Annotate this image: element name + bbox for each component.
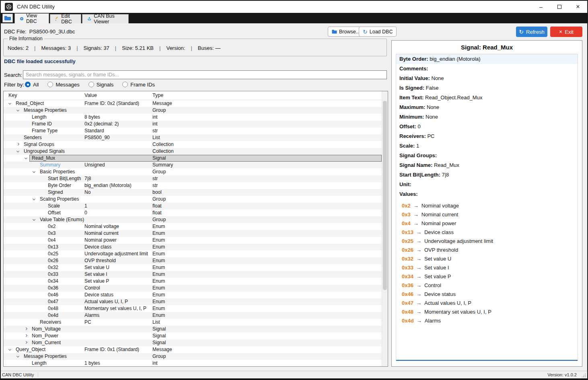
detail-field: Item Text: Read_Object.Read_Mux	[396, 93, 578, 103]
tree-row[interactable]: Nom_VoltageSignal	[4, 326, 382, 333]
tree-row[interactable]: Value Table (Enums)Group	[4, 216, 382, 223]
tree-type: Enum	[152, 224, 165, 229]
load-dbc-button[interactable]: ↻ Load DBC	[359, 27, 397, 37]
tree-row[interactable]: 0x32Set value UEnum	[4, 264, 382, 271]
file-info-item: Size: 5.21 KB	[122, 45, 154, 51]
minimize-button[interactable]: –	[532, 1, 550, 13]
tree-type: List	[152, 319, 160, 325]
tree-row[interactable]: Start Bit|Length7|8str	[4, 175, 382, 182]
filter-option-messages[interactable]: Messages	[47, 80, 79, 88]
detail-field-label: Byte Order:	[399, 56, 428, 62]
chevron-down-icon[interactable]	[8, 102, 11, 105]
tree-row[interactable]: ReceiversPCList	[4, 319, 382, 326]
chevron-right-icon[interactable]	[25, 334, 27, 337]
enum-code: 0x13	[402, 229, 413, 235]
maximize-button[interactable]	[550, 1, 569, 13]
tree-row[interactable]: 0x33Set value IEnum	[4, 271, 382, 278]
chevron-down-icon[interactable]	[16, 150, 19, 152]
tree-row[interactable]: Offset0float	[4, 210, 382, 216]
tree-row[interactable]: 0x4dAlarmsEnum	[4, 312, 382, 319]
scrollbar-thumb[interactable]	[383, 101, 387, 290]
filter-option-all[interactable]: All	[25, 80, 39, 88]
tree-row[interactable]: Signal GroupsCollection	[4, 141, 382, 148]
file-info-item: Version:	[166, 45, 185, 51]
tree-row[interactable]: Scaling PropertiesGroup	[4, 196, 382, 203]
tree-key: 0x2	[48, 224, 56, 229]
chevron-down-icon[interactable]	[33, 197, 35, 200]
detail-field-label: Signal Name:	[399, 162, 432, 168]
tree-row[interactable]: 0x26OVP thresholdEnum	[4, 257, 382, 264]
tree-row[interactable]: 0x34Set value PEnum	[4, 278, 382, 285]
tree-row[interactable]: 0x2Nominal voltageEnum	[4, 223, 382, 230]
enum-value-row: 0x48→Momentary set values U, I, P	[396, 308, 578, 316]
tree-type: Enum	[152, 244, 165, 250]
chevron-down-icon[interactable]	[16, 355, 19, 357]
chevron-down-icon[interactable]	[33, 170, 35, 173]
tree-row[interactable]: 0x3Nominal currentEnum	[4, 230, 382, 237]
tree-type: Enum	[152, 271, 165, 277]
tree-row[interactable]: 0x46Device statusEnum	[4, 292, 382, 298]
enum-description: Alarms	[425, 318, 441, 324]
status-bar: CAN DBC Utility Version: v1.0.2	[1, 371, 587, 378]
dbc-file-name: PS8500-90_3U.dbc	[29, 29, 75, 35]
arrow-right-icon: →	[416, 265, 421, 271]
tab-edit-dbc[interactable]: Edit DBC	[50, 14, 81, 23]
tree-row[interactable]: Read_ObjectFrame ID: 0x2 (Standard)Messa…	[4, 100, 382, 107]
tree-row[interactable]: SignedNobool	[4, 189, 382, 196]
tree-row[interactable]: 0x48Momentary set values U, I, PEnum	[4, 305, 382, 312]
chevron-right-icon[interactable]	[25, 341, 27, 344]
chevron-down-icon[interactable]	[25, 156, 27, 159]
tab-can-bus-viewer[interactable]: CAN Bus Viewer	[82, 14, 129, 23]
tree-type: Enum	[152, 278, 165, 284]
detail-field: Start Bit|Length: 7|8	[396, 170, 578, 180]
tree-row[interactable]: Frame TypeStandardstr	[4, 127, 382, 134]
tree-row[interactable]: SummaryUnsignedSummary	[4, 162, 382, 168]
tree-key: 0x48	[48, 306, 58, 311]
tree-row[interactable]: 0x47Actual values U, I, PEnum	[4, 298, 382, 305]
tree-row[interactable]: Ungrouped SignalsCollection	[4, 148, 382, 155]
detail-field: Signal Name: Read_Mux	[396, 160, 578, 170]
tree-row[interactable]: Message PropertiesGroup	[4, 107, 382, 114]
tree-row[interactable]: Nom_CurrentSignal	[4, 339, 382, 346]
tree-row[interactable]: Frame ID0x2 (decimal: 2)int	[4, 121, 382, 127]
tab-view-dbc[interactable]: View DBC	[14, 13, 49, 23]
tree-row[interactable]: Read_MuxSignal	[4, 155, 382, 162]
tree-row[interactable]: Length8 bytesint	[4, 114, 382, 121]
file-info-item: Messages: 3	[41, 45, 71, 51]
chevron-right-icon[interactable]	[25, 327, 27, 330]
refresh-button[interactable]: ↻ Refresh	[516, 27, 547, 37]
tree-row[interactable]: Byte Orderbig_endian (Motorola)str	[4, 182, 382, 189]
tree-row[interactable]: Query_ObjectFrame ID: 0x1 (Standard)Mess…	[4, 346, 382, 353]
tree-row[interactable]: 0x13Device classEnum	[4, 244, 382, 251]
tree-row[interactable]: Scale1float	[4, 203, 382, 210]
chevron-down-icon[interactable]	[33, 218, 35, 221]
detail-field-label: Unit:	[399, 181, 411, 187]
tree-row[interactable]: Basic PropertiesGroup	[4, 168, 382, 175]
enum-code: 0x47	[402, 300, 413, 306]
chevron-down-icon[interactable]	[8, 348, 11, 351]
filter-option-frame-ids[interactable]: Frame IDs	[122, 80, 155, 88]
file-menu-button[interactable]	[2, 14, 13, 23]
filter-option-signals[interactable]: Signals	[88, 80, 114, 88]
tree-type: Group	[152, 196, 166, 202]
tree-row[interactable]: Nom_PowerSignal	[4, 333, 382, 339]
tree-key: Frame Type	[32, 128, 58, 134]
search-label: Search:	[4, 72, 22, 78]
resize-grip-icon[interactable]	[581, 373, 586, 378]
tree-row[interactable]: 0x36ControlEnum	[4, 285, 382, 292]
detail-field-value: Read_Object.Read_Mux	[424, 94, 482, 101]
tree-row[interactable]: 0x4Nominal powerEnum	[4, 237, 382, 244]
exit-button[interactable]: × Exit	[550, 27, 582, 37]
chevron-right-icon[interactable]	[16, 143, 19, 146]
close-button[interactable]: ×	[569, 1, 587, 13]
enum-description: Device status	[424, 291, 456, 297]
search-input[interactable]	[23, 70, 387, 79]
column-header-type: Type	[152, 92, 163, 98]
tree-key: Nom_Voltage	[32, 326, 61, 332]
tree-row[interactable]: Message PropertiesGroup	[4, 353, 382, 360]
tree-row[interactable]: Length1 bytesint	[4, 360, 382, 366]
tree-row[interactable]: SendersPS8500_90List	[4, 134, 382, 141]
tree-row[interactable]: 0x25Undervoltage adjustment limitEnum	[4, 251, 382, 257]
chevron-down-icon[interactable]	[16, 109, 19, 111]
tree-scrollbar[interactable]	[382, 91, 388, 366]
